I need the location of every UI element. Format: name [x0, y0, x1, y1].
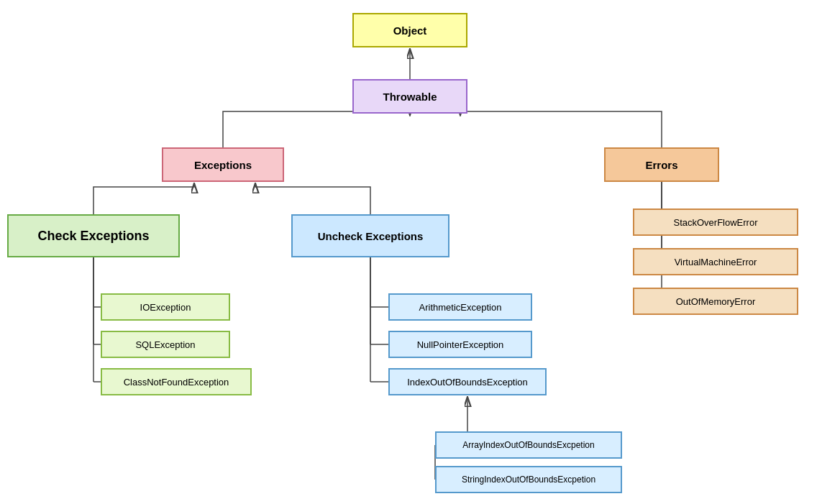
node-ioexception: IOException — [101, 293, 230, 321]
node-indexoutofbounds: IndexOutOfBoundsException — [388, 368, 547, 395]
arithmetic-label: ArithmeticException — [419, 302, 502, 313]
arrayindex-label: ArrayIndexOutOfBoundsExcpetion — [462, 440, 594, 450]
node-object: Object — [352, 13, 467, 47]
throwable-label: Throwable — [383, 91, 437, 103]
node-classnotfound: ClassNotFoundException — [101, 368, 252, 395]
node-stringindex: StringIndexOutOfBoundsExcpetion — [435, 466, 622, 493]
node-nullpointer: NullPointerException — [388, 331, 532, 358]
stackoverflow-label: StackOverFlowError — [673, 217, 757, 228]
indexoutofbounds-label: IndexOutOfBoundsException — [407, 377, 528, 388]
diagram: Object Throwable Exceptions Errors Check… — [0, 0, 840, 504]
ioexception-label: IOException — [140, 302, 191, 313]
classnotfound-label: ClassNotFoundException — [124, 377, 229, 388]
stringindex-label: StringIndexOutOfBoundsExcpetion — [462, 475, 595, 485]
node-virtualmachine: VirtualMachineError — [633, 248, 798, 275]
nullpointer-label: NullPointerException — [417, 339, 504, 350]
node-arithmetic: ArithmeticException — [388, 293, 532, 321]
node-exceptions: Exceptions — [162, 147, 284, 182]
sqlexception-label: SQLException — [135, 339, 195, 350]
node-stackoverflow: StackOverFlowError — [633, 209, 798, 236]
node-errors: Errors — [604, 147, 719, 182]
node-sqlexception: SQLException — [101, 331, 230, 358]
outofmemory-label: OutOfMemoryError — [676, 296, 756, 307]
node-check-exceptions: Check Exceptions — [7, 214, 180, 257]
node-arrayindex: ArrayIndexOutOfBoundsExcpetion — [435, 431, 622, 459]
node-uncheck-exceptions: Uncheck Exceptions — [291, 214, 449, 257]
check-label: Check Exceptions — [37, 229, 149, 244]
object-label: Object — [393, 24, 427, 37]
exceptions-label: Exceptions — [194, 159, 252, 171]
errors-label: Errors — [645, 159, 677, 171]
node-outofmemory: OutOfMemoryError — [633, 288, 798, 315]
virtualmachine-label: VirtualMachineError — [675, 257, 757, 267]
uncheck-label: Uncheck Exceptions — [318, 230, 424, 242]
node-throwable: Throwable — [352, 79, 467, 114]
